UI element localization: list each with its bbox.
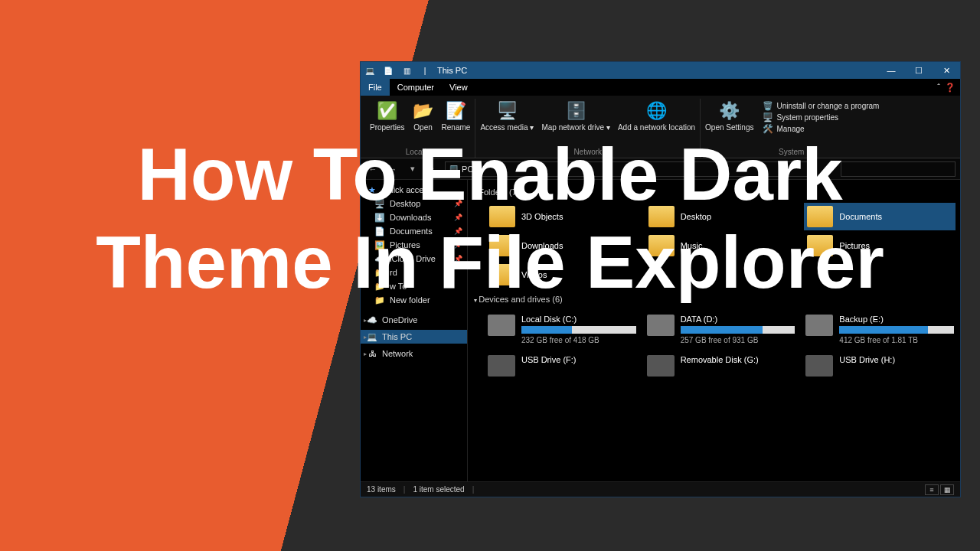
window-title: This PC bbox=[437, 66, 467, 75]
rename-icon: 📝 bbox=[445, 100, 466, 122]
sidebar-onedrive[interactable]: ▸☁️OneDrive bbox=[361, 313, 467, 327]
open-button[interactable]: 📂Open bbox=[411, 99, 436, 133]
explorer-icon: 💻 bbox=[364, 64, 376, 77]
folder-desktop[interactable]: Desktop bbox=[645, 203, 797, 230]
refresh-button[interactable]: ⟳ bbox=[821, 161, 836, 177]
disk-icon bbox=[647, 315, 675, 336]
status-bar: 13 items | 1 item selected | ≡ ▦ bbox=[361, 481, 960, 497]
status-item-count: 13 items bbox=[367, 485, 396, 494]
recent-dropdown[interactable]: ▾ bbox=[405, 161, 420, 177]
tab-view[interactable]: View bbox=[442, 79, 475, 96]
qat-divider: | bbox=[419, 64, 431, 77]
sidebar-item-folder1[interactable]: 📁rd bbox=[361, 266, 467, 279]
sysprops-icon: 🖥️ bbox=[763, 112, 773, 122]
address-icon: 💻 bbox=[449, 164, 459, 174]
ribbon-collapse-icon[interactable]: ˆ bbox=[937, 83, 940, 92]
address-bar[interactable]: 💻 PC bbox=[445, 161, 816, 177]
expand-icon[interactable]: ▾ bbox=[364, 187, 367, 194]
cloud-icon: ☁️ bbox=[374, 253, 385, 264]
folder-icon bbox=[807, 206, 833, 227]
rename-button[interactable]: 📝Rename bbox=[440, 99, 472, 133]
view-large-button[interactable]: ▦ bbox=[940, 484, 954, 495]
back-button[interactable]: ← bbox=[365, 161, 381, 177]
drive-d[interactable]: DATA (D:)257 GB free of 931 GB bbox=[645, 313, 797, 346]
usb-icon bbox=[647, 355, 675, 377]
expand-icon[interactable]: ▸ bbox=[364, 317, 367, 324]
sidebar-item-folder2[interactable]: 📁w To bbox=[361, 279, 467, 293]
desktop-icon: 🖥️ bbox=[374, 198, 385, 209]
sidebar-item-downloads[interactable]: ⬇️Downloads📌 bbox=[361, 210, 467, 224]
network-icon: 🖧 bbox=[367, 348, 377, 359]
forward-button[interactable]: → bbox=[385, 161, 400, 177]
access-media-button[interactable]: 🖥️Access media ▾ bbox=[479, 99, 535, 133]
qat-icon-1[interactable]: 📄 bbox=[382, 64, 394, 77]
properties-button[interactable]: ✅Properties bbox=[368, 99, 407, 133]
open-settings-button[interactable]: ⚙️Open Settings bbox=[704, 99, 755, 134]
help-icon[interactable]: ❓ bbox=[945, 83, 956, 93]
folder-icon: 📁 bbox=[374, 295, 385, 305]
drives-header[interactable]: ▾ Devices and drives (6) bbox=[472, 292, 956, 307]
folder-icon bbox=[648, 206, 675, 227]
folders-header[interactable]: ▾ Folders (7) bbox=[472, 184, 956, 200]
pin-icon: 📌 bbox=[454, 214, 462, 221]
drive-h[interactable]: USB Drive (H:) bbox=[804, 354, 956, 378]
map-drive-button[interactable]: 🗄️Map network drive ▾ bbox=[540, 99, 611, 133]
close-button[interactable]: ✕ bbox=[933, 62, 960, 79]
search-input[interactable] bbox=[841, 161, 956, 177]
sidebar-item-desktop[interactable]: 🖥️Desktop📌 bbox=[361, 197, 467, 210]
status-selection: 1 item selected bbox=[413, 485, 464, 494]
folder-videos[interactable]: Videos bbox=[486, 261, 638, 289]
add-location-icon: 🌐 bbox=[645, 100, 667, 122]
manage-button[interactable]: 🛠️Manage bbox=[763, 123, 879, 134]
folder-3d-objects[interactable]: 3D Objects bbox=[486, 203, 638, 230]
nav-tree: ▾★Quick access 🖥️Desktop📌 ⬇️Downloads📌 📄… bbox=[361, 180, 468, 481]
sidebar-this-pc[interactable]: ▸💻This PC bbox=[361, 330, 467, 344]
pin-icon: 📌 bbox=[454, 255, 462, 262]
pin-icon: 📌 bbox=[454, 200, 462, 207]
sidebar-item-pictures[interactable]: 🖼️Pictures📌 bbox=[361, 238, 467, 252]
folder-pictures[interactable]: Pictures bbox=[804, 232, 956, 259]
content-pane: ▾ Folders (7) 3D Objects Desktop Documen… bbox=[468, 180, 960, 481]
sidebar-quick-access[interactable]: ▾★Quick access bbox=[361, 183, 467, 197]
ribbon-group-location: Location bbox=[406, 148, 435, 158]
folder-music[interactable]: Music bbox=[645, 232, 797, 259]
folder-downloads[interactable]: Downloads bbox=[486, 232, 638, 259]
status-separator: | bbox=[472, 485, 475, 494]
view-details-button[interactable]: ≡ bbox=[925, 484, 939, 495]
drive-c[interactable]: Local Disk (C:)232 GB free of 418 GB bbox=[486, 313, 638, 346]
folder-icon: 📁 bbox=[374, 281, 385, 292]
folder-icon bbox=[648, 235, 675, 256]
add-location-button[interactable]: 🌐Add a network location bbox=[616, 99, 697, 133]
expand-icon[interactable]: ▸ bbox=[364, 350, 367, 357]
folder-documents[interactable]: Documents bbox=[804, 203, 956, 230]
folder-icon bbox=[489, 206, 515, 227]
qat-icon-2[interactable]: ▥ bbox=[400, 64, 413, 77]
sidebar-item-newfolder[interactable]: 📁New folder bbox=[361, 293, 467, 307]
tab-computer[interactable]: Computer bbox=[390, 79, 442, 96]
folder-icon bbox=[489, 264, 515, 285]
drive-e[interactable]: Backup (E:)412 GB free of 1.81 TB bbox=[804, 313, 956, 346]
sidebar-item-documents[interactable]: 📄Documents📌 bbox=[361, 224, 467, 238]
pc-icon: 💻 bbox=[367, 331, 377, 342]
folder-icon bbox=[807, 235, 833, 256]
map-drive-icon: 🗄️ bbox=[565, 100, 586, 122]
documents-icon: 📄 bbox=[374, 226, 385, 236]
properties-icon: ✅ bbox=[377, 100, 398, 122]
folder-icon bbox=[489, 235, 515, 256]
system-properties-button[interactable]: 🖥️System properties bbox=[763, 112, 879, 122]
up-button[interactable]: ↑ bbox=[425, 161, 440, 177]
disk-icon bbox=[805, 315, 833, 336]
drive-g[interactable]: Removable Disk (G:) bbox=[645, 354, 797, 378]
sidebar-item-icloud[interactable]: ☁️iCloud Drive📌 bbox=[361, 252, 467, 266]
minimize-button[interactable]: — bbox=[877, 62, 905, 79]
maximize-button[interactable]: ☐ bbox=[905, 62, 933, 79]
expand-icon[interactable]: ▸ bbox=[364, 334, 367, 341]
sidebar-network[interactable]: ▸🖧Network bbox=[361, 347, 467, 360]
titlebar[interactable]: 💻 📄 ▥ | This PC — ☐ ✕ bbox=[361, 62, 960, 79]
status-separator: | bbox=[403, 485, 406, 494]
onedrive-icon: ☁️ bbox=[367, 315, 377, 325]
uninstall-button[interactable]: 🗑️Uninstall or change a program bbox=[763, 100, 879, 111]
drive-f[interactable]: USB Drive (F:) bbox=[486, 354, 638, 378]
ribbon-group-network: Network bbox=[573, 148, 602, 158]
tab-file[interactable]: File bbox=[361, 79, 390, 96]
